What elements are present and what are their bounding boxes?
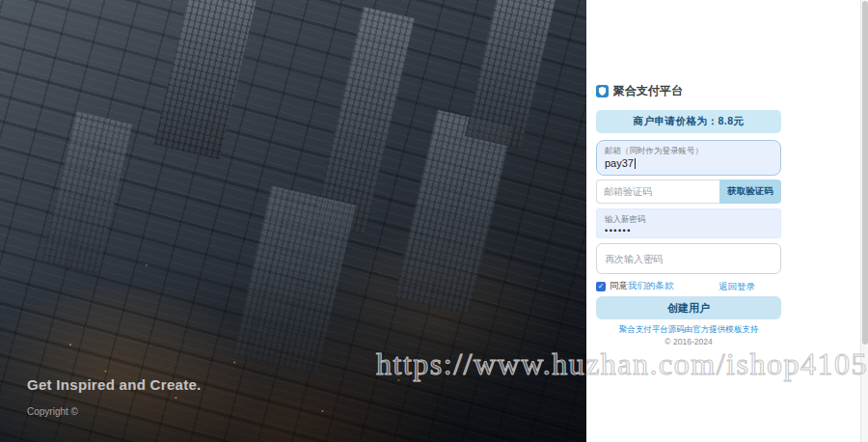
verification-code-row: 获取验证码 bbox=[596, 180, 781, 204]
footer-copyright: © 2016-2024 bbox=[596, 337, 781, 346]
password-dots: •••••• bbox=[605, 225, 773, 237]
city-tower bbox=[465, 0, 558, 150]
terms-link[interactable]: 我们的条款 bbox=[628, 280, 674, 292]
new-password-field[interactable]: 输入新密码 •••••• bbox=[596, 208, 781, 238]
city-tower bbox=[41, 111, 132, 274]
payment-logo-icon bbox=[596, 85, 609, 97]
city-tower bbox=[154, 0, 261, 159]
scrollbar-thumb[interactable] bbox=[862, 1, 868, 345]
terms-prefix: 同意 bbox=[610, 280, 628, 292]
signup-form: 聚合支付平台 商户申请价格为：8.8元 邮箱（同时作为登录账号） pay37 获… bbox=[596, 0, 781, 442]
back-to-login-link[interactable]: 返回登录 bbox=[719, 280, 755, 292]
email-field[interactable]: 邮箱（同时作为登录账号） pay37 bbox=[596, 140, 781, 176]
email-label: 邮箱（同时作为登录账号） bbox=[605, 146, 773, 156]
email-value: pay37 bbox=[605, 156, 773, 171]
hero-tagline: Get Inspired and Create. bbox=[27, 376, 202, 393]
hero-photo: Get Inspired and Create. Copyright © bbox=[0, 0, 586, 442]
brand-name: 聚合支付平台 bbox=[613, 83, 683, 99]
price-banner: 商户申请价格为：8.8元 bbox=[596, 110, 781, 133]
text-cursor bbox=[635, 158, 636, 169]
city-tower bbox=[394, 110, 513, 316]
scrollbar-track[interactable] bbox=[860, 0, 868, 442]
confirm-password-input[interactable] bbox=[596, 243, 781, 274]
get-code-button[interactable]: 获取验证码 bbox=[719, 180, 781, 204]
hero-copyright: Copyright © bbox=[27, 406, 78, 417]
create-user-button[interactable]: 创建用户 bbox=[596, 296, 781, 319]
footer-support-link[interactable]: 聚合支付平台源码由官方提供模板支持 bbox=[596, 324, 781, 336]
new-password-label: 输入新密码 bbox=[605, 214, 773, 225]
terms-row: ✓ 同意 我们的条款 返回登录 bbox=[596, 280, 781, 292]
signup-page: Get Inspired and Create. Copyright © 聚合支… bbox=[0, 0, 868, 442]
brand: 聚合支付平台 bbox=[596, 83, 683, 99]
signup-panel: 聚合支付平台 商户申请价格为：8.8元 邮箱（同时作为登录账号） pay37 获… bbox=[586, 0, 868, 442]
city-tower bbox=[232, 185, 356, 374]
terms-checkbox[interactable]: ✓ bbox=[596, 282, 606, 291]
verification-code-input[interactable] bbox=[596, 180, 719, 204]
city-tower bbox=[313, 7, 415, 235]
